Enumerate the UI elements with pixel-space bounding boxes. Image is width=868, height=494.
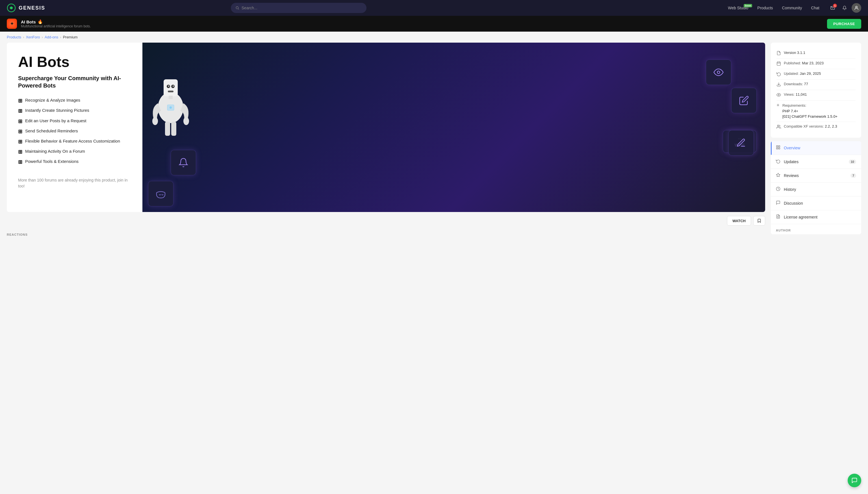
feature-item-1: ⊞ Recognize & Analyze Images bbox=[18, 97, 131, 104]
version-row: Version 3.1.1 bbox=[776, 48, 855, 59]
brand-logo[interactable]: GENESIS bbox=[7, 3, 45, 13]
eye-icon-views bbox=[776, 93, 781, 98]
requirements-row: ✳ Requirements: PHP 7.4+[021] ChatGPT Fr… bbox=[776, 100, 855, 122]
product-icon: ✦ bbox=[7, 19, 17, 29]
views-value: 11,041 bbox=[796, 92, 807, 97]
svg-point-10 bbox=[173, 86, 174, 87]
nav-item-discussion[interactable]: Discussion bbox=[771, 196, 861, 210]
breadcrumb-sep-3: › bbox=[60, 35, 61, 39]
robot-svg bbox=[145, 51, 196, 141]
overview-label: Overview bbox=[784, 146, 856, 150]
nav-item-license[interactable]: License agreement bbox=[771, 210, 861, 224]
svg-point-13 bbox=[152, 117, 158, 125]
svg-point-9 bbox=[168, 86, 169, 87]
asterisk-icon: ✳ bbox=[776, 103, 780, 107]
breadcrumb-xenforo[interactable]: XenForo bbox=[26, 35, 40, 39]
breadcrumb-addons[interactable]: Add-ons bbox=[44, 35, 58, 39]
author-section-label: AUTHOR bbox=[771, 224, 861, 234]
floating-card-bell bbox=[171, 150, 196, 175]
download-svg-icon bbox=[776, 82, 781, 87]
published-row: Published: Mar 23, 2023 bbox=[776, 59, 855, 69]
requirements-value: PHP 7.4+[021] ChatGPT Framework 1.5.0+ bbox=[782, 108, 837, 119]
brand-name: GENESIS bbox=[19, 5, 45, 11]
hero-image: ↔ WIDE bbox=[142, 43, 765, 212]
eye-svg-icon bbox=[776, 93, 781, 97]
refresh-icon-up bbox=[776, 72, 781, 77]
product-name: AI Bots bbox=[21, 19, 36, 24]
reactions-label: REACTIONS bbox=[7, 228, 765, 239]
overview-icon bbox=[776, 145, 780, 151]
pencil-icon-card bbox=[739, 95, 749, 106]
genesis-logo-icon bbox=[7, 3, 16, 13]
refresh-icon bbox=[776, 72, 781, 76]
clock-icon bbox=[776, 187, 780, 191]
bookmark-button[interactable] bbox=[753, 216, 765, 226]
svg-rect-6 bbox=[164, 79, 178, 96]
history-label: History bbox=[784, 187, 856, 192]
nav-item-overview[interactable]: Overview bbox=[771, 141, 861, 155]
nav-link-community[interactable]: Community bbox=[778, 3, 806, 13]
hero-card: AI Bots Supercharge Your Community with … bbox=[7, 43, 765, 212]
soon-badge: Soon bbox=[744, 4, 753, 7]
feature-plus-icon-6: ⊞ bbox=[18, 149, 22, 155]
svg-point-18 bbox=[169, 107, 172, 109]
svg-rect-15 bbox=[165, 122, 170, 136]
mail-badge: 1 bbox=[833, 4, 837, 7]
feature-item-5: ⊞ Flexible Behavior & Feature Access Cus… bbox=[18, 138, 131, 145]
breadcrumb-sep-2: › bbox=[42, 35, 43, 39]
updates-label: Updates bbox=[784, 159, 845, 164]
mail-button[interactable]: 1 bbox=[828, 3, 837, 13]
action-bar: WATCH bbox=[7, 213, 765, 228]
nav-link-products[interactable]: Products bbox=[753, 3, 777, 13]
top-navigation: GENESIS Web Studio Soon Products Communi… bbox=[0, 0, 868, 16]
watch-button[interactable]: WATCH bbox=[727, 216, 751, 226]
hero-title: AI Bots bbox=[18, 54, 131, 70]
reviews-icon bbox=[776, 173, 780, 178]
purchase-button[interactable]: PURCHASE bbox=[827, 19, 861, 29]
feature-item-3: ⊞ Edit an User Posts by a Request bbox=[18, 118, 131, 125]
eye-icon-card bbox=[713, 67, 724, 77]
breadcrumb-sep-1: › bbox=[23, 35, 24, 39]
fire-emoji: 🔥 bbox=[38, 19, 43, 24]
svg-point-14 bbox=[183, 117, 189, 125]
nav-item-reviews[interactable]: Reviews 7 bbox=[771, 169, 861, 183]
avatar-icon bbox=[854, 5, 859, 11]
nav-item-updates[interactable]: Updates 10 bbox=[771, 155, 861, 169]
discussion-icon bbox=[776, 201, 780, 206]
hero-text: AI Bots Supercharge Your Community with … bbox=[7, 43, 142, 212]
calendar-icon bbox=[776, 61, 781, 66]
hero-subtitle: Supercharge Your Community with AI-Power… bbox=[18, 75, 131, 89]
bell-icon bbox=[842, 6, 847, 10]
search-bar[interactable] bbox=[231, 3, 366, 13]
svg-point-1 bbox=[236, 6, 238, 9]
compatible-value: 2.2, 2.3 bbox=[825, 124, 837, 129]
nav-link-chat[interactable]: Chat bbox=[807, 3, 824, 13]
breadcrumb-current: Premium bbox=[63, 35, 78, 39]
bookmark-icon bbox=[757, 218, 761, 223]
search-input[interactable] bbox=[241, 6, 362, 10]
breadcrumb-products[interactable]: Products bbox=[7, 35, 21, 39]
compatible-icon bbox=[776, 125, 781, 129]
svg-rect-30 bbox=[776, 148, 778, 149]
floating-card-pencil bbox=[731, 88, 757, 113]
floating-card-mask bbox=[148, 181, 174, 206]
svg-point-19 bbox=[718, 71, 720, 74]
svg-rect-28 bbox=[778, 146, 780, 147]
feature-item-2: ⊞ Instantly Create Stunning Pictures bbox=[18, 107, 131, 115]
updated-row: Updated: Jan 29, 2025 bbox=[776, 69, 855, 80]
layout-icon bbox=[776, 145, 780, 150]
nav-icons: 1 bbox=[828, 3, 861, 13]
nav-link-web-studio[interactable]: Web Studio Soon bbox=[724, 3, 752, 13]
sidebar-info-card: Version 3.1.1 Published: Mar 23, 2023 Up… bbox=[771, 43, 861, 138]
svg-rect-16 bbox=[171, 122, 176, 136]
feature-item-7: ⊞ Powerful Tools & Extensions bbox=[18, 158, 131, 166]
svg-marker-31 bbox=[776, 173, 780, 177]
sidebar-nav-card: Overview Updates 10 Reviews 7 H bbox=[771, 141, 861, 234]
svg-point-25 bbox=[778, 94, 779, 95]
reviews-label: Reviews bbox=[784, 173, 847, 178]
bell-button[interactable] bbox=[840, 3, 849, 13]
user-avatar[interactable] bbox=[852, 3, 861, 13]
feature-plus-icon-5: ⊞ bbox=[18, 138, 22, 145]
hero-tagline: More than 100 forums are already enjoyin… bbox=[18, 177, 131, 189]
nav-item-history[interactable]: History bbox=[771, 183, 861, 196]
